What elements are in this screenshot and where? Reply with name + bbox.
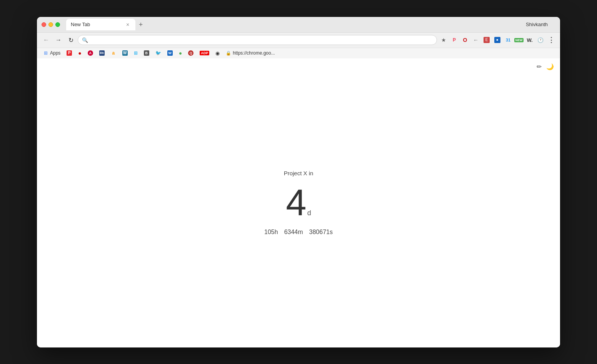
nav-actions: ★ P O ← E ■ 31 NEW W. 🕐 ⋮ (439, 35, 556, 45)
b2-icon: B (144, 50, 149, 56)
bookmark-microsoft[interactable]: ⊞ (132, 50, 140, 57)
bookmark-arizona[interactable]: A (85, 50, 95, 57)
bb-icon: Bb (99, 50, 105, 56)
countdown-label: Project X in (284, 170, 314, 176)
maximize-button[interactable] (55, 22, 60, 27)
bookmark-apps[interactable]: ⊞ Apps (41, 50, 63, 57)
countdown-display: 4 d (286, 184, 311, 221)
active-tab[interactable]: New Tab × (66, 19, 135, 30)
bookmark-apps-label: Apps (50, 50, 60, 56)
wunderlist-button[interactable]: W. (525, 35, 535, 45)
bookmark-chrome-url[interactable]: 🔒 https://chrome.goo... (223, 50, 277, 57)
bookmark-star-button[interactable]: ★ (439, 35, 449, 45)
traffic-lights (42, 22, 60, 27)
countdown-container: Project X in 4 d 105h 6344m 380671s (264, 170, 333, 236)
hours-detail: 105h (264, 229, 278, 236)
chrome-url-label: https://chrome.goo... (233, 50, 275, 56)
minimize-button[interactable] (48, 22, 53, 27)
new-badge-button[interactable]: NEW (514, 35, 524, 45)
bookmark-github[interactable]: ◉ (213, 50, 222, 57)
tab-close-button[interactable]: × (125, 22, 131, 28)
bookmark-amazon[interactable]: a (108, 50, 118, 57)
tab-bar: New Tab × + (63, 19, 523, 30)
apps-icon: ⊞ (43, 50, 48, 56)
bookmark-p[interactable]: P (64, 50, 74, 57)
page-content: ✏ 🌙 Project X in 4 d 105h 6344m 380671s (37, 58, 560, 347)
nav-bar: ← → ↻ 🔍 ★ P O ← E ■ 31 NEW W. 🕐 ⋮ (37, 32, 560, 48)
github-icon: ◉ (215, 50, 220, 56)
countdown-detail: 105h 6344m 380671s (264, 229, 333, 236)
refresh-button[interactable]: ↻ (65, 35, 76, 45)
quora-icon: Q (188, 50, 193, 56)
profile-name: Shivkanth (526, 22, 555, 27)
bookmark-p-icon: P (67, 50, 72, 56)
bookmark-quora[interactable]: Q (186, 50, 196, 57)
ext-red-button[interactable]: E (482, 35, 492, 45)
bookmark-wordpress[interactable]: W (120, 50, 130, 57)
search-icon: 🔍 (82, 37, 88, 43)
ext-arrow-button[interactable]: ← (471, 35, 481, 45)
browser-window: New Tab × + Shivkanth ← → ↻ 🔍 ★ P O ← E … (37, 17, 560, 347)
bookmark-adp[interactable]: ADP (197, 50, 212, 56)
bookmark-green[interactable]: ● (177, 49, 184, 57)
close-button[interactable] (42, 22, 46, 27)
back-button[interactable]: ← (41, 35, 52, 45)
bookmark-w2[interactable]: W (165, 50, 175, 57)
edit-button[interactable]: ✏ (537, 63, 542, 70)
dark-mode-button[interactable]: 🌙 (546, 63, 554, 70)
arizona-icon: A (88, 50, 93, 56)
ext-blue-square[interactable]: ■ (492, 35, 502, 45)
countdown-unit: d (307, 209, 311, 216)
clock-button[interactable]: 🕐 (535, 35, 545, 45)
new-tab-button[interactable]: + (135, 20, 146, 30)
page-actions: ✏ 🌙 (537, 63, 554, 70)
amazon-icon: a (111, 50, 116, 56)
green-icon: ● (179, 50, 182, 56)
twitter-icon: 🐦 (155, 50, 161, 56)
title-bar: New Tab × + Shivkanth (37, 17, 560, 32)
w2-icon: W (167, 50, 173, 56)
bookmark-lastpass[interactable]: ● (76, 49, 83, 57)
more-menu-button[interactable]: ⋮ (546, 35, 556, 45)
countdown-days-value: 4 (286, 184, 306, 221)
lastpass-icon: ● (78, 50, 81, 56)
adp-icon: ADP (200, 51, 209, 55)
wordpress-icon: W (122, 50, 128, 56)
opera-ext-button[interactable]: O (460, 35, 470, 45)
bookmarks-bar: ⊞ Apps P ● A Bb a W ⊞ B 🐦 W (37, 48, 560, 58)
bookmark-bb[interactable]: Bb (97, 50, 107, 57)
lock-icon: 🔒 (226, 51, 231, 56)
address-bar[interactable]: 🔍 (78, 35, 437, 45)
tab-title: New Tab (71, 22, 125, 27)
bookmark-b2[interactable]: B (142, 50, 152, 57)
bookmark-twitter[interactable]: 🐦 (153, 50, 163, 57)
pocket-button[interactable]: P (449, 35, 459, 45)
seconds-detail: 380671s (309, 229, 333, 236)
calendar-button[interactable]: 31 (503, 35, 513, 45)
minutes-detail: 6344m (284, 229, 303, 236)
forward-button[interactable]: → (53, 35, 64, 45)
microsoft-icon: ⊞ (134, 50, 138, 56)
